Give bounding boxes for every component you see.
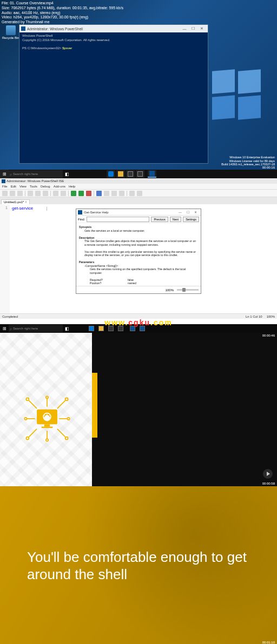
- toolbar-copy-icon[interactable]: [35, 191, 41, 196]
- svg-rect-17: [44, 424, 50, 426]
- recycle-bin-label: Recycle Bin: [2, 36, 19, 39]
- overlay-line: Size: 7062917 bytes (6.74 MiB), duration…: [2, 6, 123, 11]
- overlay-line: File: 01. Course Overview.mp4: [2, 1, 123, 6]
- text-cursor: |: [46, 206, 47, 211]
- recycle-bin[interactable]: Recycle Bin: [2, 25, 19, 39]
- console-area[interactable]: Windows PowerShell Copyright (C) 2016 Mi…: [19, 32, 208, 163]
- menu-debug[interactable]: Debug: [41, 185, 50, 188]
- powershell-icon: [21, 26, 25, 31]
- script-tab[interactable]: Untitled1.ps1* X: [1, 199, 30, 204]
- start-button[interactable]: ⊞: [0, 324, 9, 333]
- toolbar-undo-icon[interactable]: [53, 191, 58, 196]
- menu-view[interactable]: View: [19, 185, 27, 188]
- taskbar-search[interactable]: ⌕ Search right here: [9, 325, 63, 332]
- menu-edit[interactable]: Edit: [11, 185, 16, 188]
- toolbar-run-icon[interactable]: [71, 191, 76, 196]
- toolbar-cut-icon[interactable]: [28, 191, 33, 196]
- accent-bar: [92, 373, 97, 438]
- toolbar-newremote-icon[interactable]: [96, 191, 102, 196]
- titlebar[interactable]: Administrator: Windows PowerShell — ☐ ✕: [19, 25, 208, 32]
- help-body[interactable]: Synopsis Gets the services on a local or…: [76, 223, 201, 286]
- find-previous-button[interactable]: Previous: [151, 217, 168, 222]
- taskbar[interactable]: ⊞ ⌕ Search right here ◧: [0, 170, 277, 178]
- toolbar-pane3-icon[interactable]: [119, 191, 124, 196]
- find-next-button[interactable]: Next: [170, 217, 181, 222]
- taskbar-app-edge[interactable]: [107, 170, 115, 178]
- status-text: Completed: [2, 315, 18, 318]
- help-maximize-button[interactable]: ☐: [184, 210, 192, 214]
- zoom-bar[interactable]: 100%: [76, 286, 201, 293]
- svg-point-3: [65, 437, 68, 440]
- minimize-button[interactable]: —: [180, 26, 189, 31]
- windows-eval-text: Windows 10 Enterprise Evaluation Windows…: [221, 156, 275, 166]
- toolbar-help-icon[interactable]: [137, 191, 142, 196]
- line-number-gutter: 1: [0, 204, 10, 313]
- help-minimize-button[interactable]: —: [176, 211, 184, 214]
- segment-powershell-desktop: File: 01. Course Overview.mp4 Size: 7062…: [0, 0, 277, 178]
- powershell-window[interactable]: Administrator: Windows PowerShell — ☐ ✕ …: [19, 24, 208, 164]
- toolbar-run-selection-icon[interactable]: [78, 191, 84, 196]
- tab-label: Untitled1.ps1*: [4, 200, 24, 204]
- toolbar-new-icon[interactable]: [2, 191, 8, 196]
- help-close-button[interactable]: ✕: [192, 210, 199, 214]
- zoom-slider[interactable]: [177, 289, 199, 291]
- close-button[interactable]: ✕: [197, 26, 206, 31]
- toolbar-open-icon[interactable]: [10, 191, 15, 196]
- toolbar-save-icon[interactable]: [17, 191, 23, 196]
- menu-addons[interactable]: Add-ons: [54, 185, 65, 188]
- svg-point-4: [46, 396, 48, 398]
- menu-help[interactable]: Help: [69, 185, 75, 188]
- powershell-ise-icon: [2, 179, 5, 183]
- settings-button[interactable]: Settings: [183, 217, 199, 222]
- maximize-button[interactable]: ☐: [189, 26, 197, 31]
- taskbar-app-store[interactable]: [126, 170, 135, 178]
- help-titlebar[interactable]: Get-Service Help — ☐ ✕: [76, 209, 201, 216]
- find-bar[interactable]: Find: Previous Next Settings: [76, 216, 201, 223]
- task-view-button[interactable]: ◧: [63, 170, 71, 178]
- console-line: [22, 43, 205, 47]
- toolbar-pane2-icon[interactable]: [111, 191, 117, 196]
- watermark: www.cgku.com: [104, 318, 172, 327]
- zoom-slider-knob[interactable]: [182, 288, 186, 292]
- toolbar[interactable]: [0, 190, 277, 197]
- taskbar-app-explorer[interactable]: [116, 170, 125, 178]
- task-view-button[interactable]: ◧: [63, 324, 71, 333]
- search-icon: ⌕: [10, 327, 12, 331]
- toolbar-commands-icon[interactable]: [129, 191, 135, 196]
- toolbar-redo-icon[interactable]: [61, 191, 66, 196]
- tab-bar[interactable]: Untitled1.ps1* X: [0, 197, 277, 204]
- windows-logo: [212, 70, 261, 119]
- ise-titlebar[interactable]: Administrator: Windows PowerShell ISE: [0, 178, 277, 184]
- svg-point-1: [65, 398, 68, 400]
- help-title: Get-Service Help: [84, 211, 176, 214]
- tab-close-icon[interactable]: X: [25, 200, 27, 204]
- search-placeholder: Search right here: [13, 327, 38, 330]
- menubar[interactable]: File Edit View Tools Debug Add-ons Help: [0, 184, 277, 190]
- segment-slide: You'll be comfortable enough to get arou…: [0, 486, 277, 644]
- toolbar-pane-icon[interactable]: [104, 191, 109, 196]
- taskbar-app-powershell[interactable]: [148, 170, 156, 178]
- search-icon: ⌕: [10, 172, 12, 176]
- zoom-value: 100%: [166, 289, 174, 292]
- overlay-line: Audio: aac, 44100 Hz, stereo (eng): [2, 11, 123, 16]
- menu-tools[interactable]: Tools: [30, 185, 37, 188]
- svg-point-5: [46, 439, 48, 441]
- console-prompt-line: PS C:\Windows\system32> $psver: [22, 46, 205, 51]
- start-button[interactable]: ⊞: [0, 170, 9, 178]
- find-input[interactable]: [87, 217, 149, 222]
- taskbar-app-edge[interactable]: [87, 325, 96, 332]
- toolbar-paste-icon[interactable]: [43, 191, 48, 196]
- play-button[interactable]: [263, 469, 273, 479]
- svg-point-2: [26, 437, 29, 440]
- recycle-bin-icon: [6, 25, 16, 35]
- status-zoom: 100%: [267, 315, 275, 318]
- help-dialog[interactable]: Get-Service Help — ☐ ✕ Find: Previous Ne…: [76, 209, 201, 294]
- ise-title: Administrator: Windows PowerShell ISE: [6, 179, 64, 183]
- timecode-bottom: 00:00:58: [262, 482, 275, 485]
- menu-file[interactable]: File: [2, 185, 8, 188]
- toolbar-stop-icon[interactable]: [86, 191, 91, 196]
- taskbar-app-mail[interactable]: [136, 170, 144, 178]
- console-line: Windows PowerShell: [22, 34, 205, 38]
- taskbar-search[interactable]: ⌕ Search right here: [9, 170, 63, 178]
- svg-line-11: [57, 429, 65, 437]
